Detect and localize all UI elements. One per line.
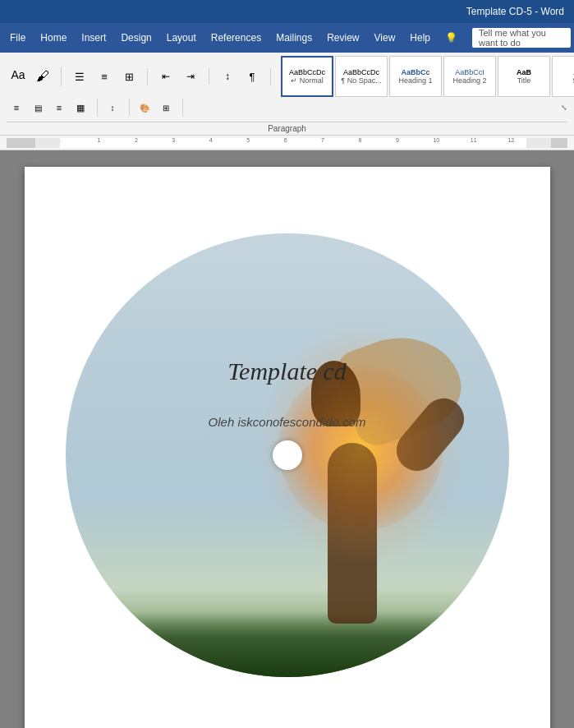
format-painter-btn[interactable]: 🖌: [31, 67, 54, 86]
align-left-btn[interactable]: ≡: [7, 99, 26, 117]
menu-home[interactable]: Home: [34, 29, 73, 47]
style-normal-label: ↵ Normal: [291, 76, 324, 85]
page-area: Template cd Oleh iskconofescondido.com: [0, 150, 574, 728]
align-right-btn[interactable]: ≡: [49, 99, 69, 117]
cd-person-figure: [295, 361, 443, 624]
ribbon-row2: ≡ ▤ ≡ ▦ ↕ 🎨 ⊞ ⤡: [7, 99, 567, 120]
cd-disc: Template cd Oleh iskconofescondido.com: [66, 233, 509, 677]
border-btn[interactable]: ⊞: [156, 99, 176, 117]
justify-icon: ▦: [76, 103, 85, 113]
show-para-btn[interactable]: ¶: [241, 68, 264, 85]
menu-bar: File Home Insert Design Layout Reference…: [0, 23, 574, 53]
bullet-list-btn[interactable]: ☰: [68, 68, 91, 85]
search-placeholder: Tell me what you want to do: [479, 28, 564, 48]
document-page: Template cd Oleh iskconofescondido.com: [25, 167, 550, 728]
font-group: Aa 🖌: [7, 67, 62, 86]
line-spacing-btn[interactable]: ↕: [103, 99, 122, 117]
style-normal[interactable]: AaBbCcDc ↵ Normal: [281, 56, 333, 97]
menu-mailings[interactable]: Mailings: [269, 29, 319, 47]
search-bar[interactable]: Tell me what you want to do: [472, 28, 571, 48]
cd-person-body: [328, 443, 377, 624]
spacing-group: ↕: [103, 99, 130, 117]
sort-group: ↕ ¶: [216, 68, 271, 85]
style-h2-preview: AaBbCcI: [455, 68, 484, 76]
style-h2-label: Heading 2: [452, 76, 486, 85]
ruler: · 1 2 3 4 5 6 7 8 9 10 11 12: [0, 136, 574, 150]
cd-title-text: Template cd: [227, 357, 347, 385]
menu-file[interactable]: File: [3, 29, 32, 47]
ruler-track: · 1 2 3 4 5 6 7 8 9 10 11 12: [7, 138, 567, 148]
style-title[interactable]: AaB Title: [498, 56, 550, 97]
increase-indent-btn[interactable]: ⇥: [179, 68, 202, 85]
indent-group: ⇤ ⇥: [154, 68, 209, 85]
cd-container: Template cd Oleh iskconofescondido.com: [57, 225, 517, 685]
style-gallery: AaBbCcDc ↵ Normal AaBbCcDc ¶ No Spac... …: [281, 56, 574, 97]
cd-subtitle-text: Oleh iskconofescondido.com: [209, 415, 366, 429]
shading-group: 🎨 ⊞: [135, 99, 183, 117]
paragraph-section-label: Paragraph: [7, 122, 567, 135]
list-group: ☰ ≡ ⊞: [68, 68, 148, 85]
menu-lightbulb-icon: 💡: [439, 29, 464, 47]
cd-trees: [66, 611, 509, 677]
shading-btn[interactable]: 🎨: [135, 99, 154, 117]
ruler-inner: · 1 2 3 4 5 6 7 8 9 10 11 12: [60, 138, 526, 148]
style-subtitle[interactable]: Aa S...: [552, 56, 574, 97]
font-name-icon: Aa: [11, 69, 25, 81]
style-normal-preview: AaBbCcDc: [289, 68, 325, 76]
style-h1-preview: AaBbCc: [401, 68, 429, 76]
menu-insert[interactable]: Insert: [75, 29, 113, 47]
decrease-indent-btn[interactable]: ⇤: [154, 68, 177, 85]
format-painter-icon: 🖌: [36, 69, 49, 84]
style-h1-label: Heading 1: [398, 76, 432, 85]
align-group: ≡ ▤ ≡ ▦: [7, 99, 98, 117]
style-title-preview: AaB: [517, 68, 531, 76]
style-no-space[interactable]: AaBbCcDc ¶ No Spac...: [335, 56, 388, 97]
multilevel-list-btn[interactable]: ⊞: [117, 68, 140, 85]
menu-design[interactable]: Design: [114, 29, 158, 47]
style-nospace-preview: AaBbCcDc: [343, 68, 379, 76]
ribbon-row1: Aa 🖌 ☰ ≡ ⊞ ⇤ ⇥ ↕ ¶ AaBbCcDc ↵ Normal: [7, 56, 567, 99]
style-heading2[interactable]: AaBbCcI Heading 2: [443, 56, 496, 97]
sort-btn[interactable]: ↕: [216, 68, 239, 85]
style-nospace-label: ¶ No Spac...: [341, 76, 381, 85]
align-center-btn[interactable]: ▤: [28, 99, 48, 117]
style-heading1[interactable]: AaBbCc Heading 1: [389, 56, 442, 97]
align-center-icon: ▤: [34, 104, 42, 113]
align-left-icon: ≡: [14, 103, 19, 113]
font-name-btn[interactable]: Aa: [7, 67, 30, 83]
justify-btn[interactable]: ▦: [71, 99, 90, 117]
line-spacing-icon: ↕: [111, 104, 115, 113]
style-title-label: Title: [517, 76, 531, 85]
menu-review[interactable]: Review: [320, 29, 365, 47]
numbered-list-btn[interactable]: ≡: [93, 68, 116, 85]
menu-help[interactable]: Help: [403, 29, 437, 47]
title-bar: Template CD-5 - Word: [0, 0, 574, 23]
menu-layout[interactable]: Layout: [160, 29, 203, 47]
align-right-icon: ≡: [57, 103, 62, 113]
ribbon: Aa 🖌 ☰ ≡ ⊞ ⇤ ⇥ ↕ ¶ AaBbCcDc ↵ Normal: [0, 53, 574, 136]
title-bar-text: Template CD-5 - Word: [466, 6, 564, 17]
menu-references[interactable]: References: [204, 29, 268, 47]
paragraph-expand-icon[interactable]: ⤡: [561, 104, 567, 112]
menu-view[interactable]: View: [368, 29, 402, 47]
cd-hole: [273, 440, 302, 470]
